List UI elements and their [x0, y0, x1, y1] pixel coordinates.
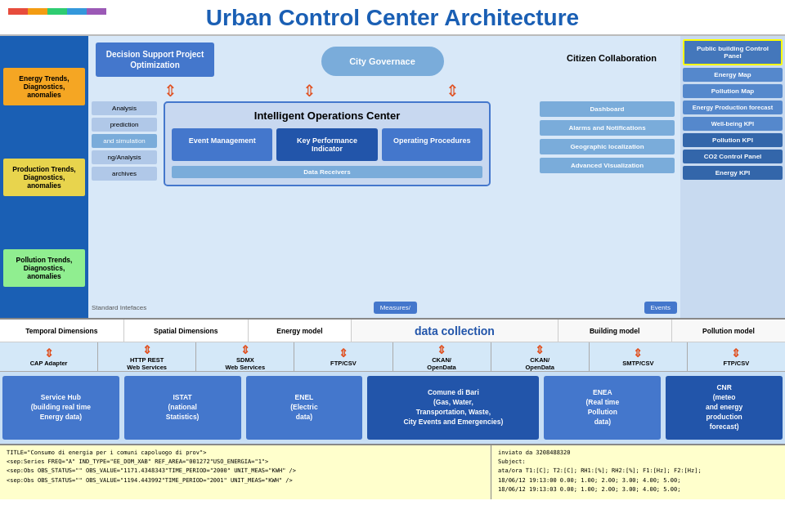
building-model: Building model: [558, 320, 672, 342]
sidebar-nganalysis[interactable]: ng/Analysis: [92, 150, 157, 164]
svc-ckan1[interactable]: ⇕ CKAN/OpenData: [393, 342, 491, 371]
svc-smtp[interactable]: ⇕ SMTP/CSV: [590, 342, 688, 371]
datasources-row: Service Hub(building real timeEnergy dat…: [0, 372, 785, 444]
top-boxes-row: Decision Support Project Optimization Ci…: [92, 42, 677, 77]
ioc-procedures: Operating Procedures: [382, 128, 482, 161]
services-row: ⇕ CAP Adapter ⇕ HTTP RESTWeb Services ⇕ …: [0, 342, 785, 372]
ds-enea[interactable]: ENEA(Real timePollutiondata): [544, 376, 661, 440]
svc-cap[interactable]: ⇕ CAP Adapter: [0, 342, 98, 371]
events-label: Events: [644, 302, 677, 314]
svc-sdmx[interactable]: ⇕ SDMXWeb Services: [196, 342, 294, 371]
sidebar-prediction[interactable]: prediction: [92, 118, 157, 132]
advanced-viz-item[interactable]: Advanced Visualization: [540, 158, 675, 173]
ioc-event-mgmt: Event Management: [172, 128, 272, 161]
spatial-dim: Spatial Dimensions: [124, 320, 249, 342]
bottom-left-data: TITLE="Consumo di energia per i comuni c…: [0, 445, 491, 499]
ds-cnr[interactable]: CNR(meteoand energyproductionforecast): [666, 376, 783, 440]
bottom-strip: TITLE="Consumo di energia per i comuni c…: [0, 444, 785, 499]
std-interfaces-label: Standard Intefaces: [92, 304, 146, 311]
co2-item[interactable]: CO2 Control Panel: [683, 150, 783, 163]
citizen-box: Citizen Collaboration: [550, 47, 673, 69]
sidebar-analysis[interactable]: Analysis: [92, 101, 157, 115]
energy-kpi-item[interactable]: Energy KPI: [683, 166, 783, 180]
ds-enel[interactable]: ENEL(Electricdata): [246, 376, 363, 440]
svc-http[interactable]: ⇕ HTTP RESTWeb Services: [98, 342, 196, 371]
alarms-item[interactable]: Alarms and Notifications: [540, 120, 675, 136]
pollution-model: Pollution model: [672, 320, 785, 342]
geo-item[interactable]: Geographic localization: [540, 139, 675, 154]
temporal-dim: Temporal Dimensions: [0, 320, 124, 342]
header: Urban Control Center Architecture: [0, 0, 785, 36]
ioc-box: Intelligent Operations Center Event Mana…: [164, 101, 491, 186]
right-panel: Public building Control Panel Energy Map…: [680, 36, 785, 318]
ds-istat[interactable]: ISTAT(nationalStatistics): [124, 376, 241, 440]
ds-service-hub[interactable]: Service Hub(building real timeEnergy dat…: [2, 376, 119, 440]
bottom-right-data: inviato da 3208488320 Subject: ata/ora T…: [491, 445, 785, 499]
right-mid-items: Dashboard Alarms and Notifications Geogr…: [540, 101, 675, 173]
public-building-item[interactable]: Public building Control Panel: [683, 39, 783, 65]
page-title: Urban Control Center Architecture: [0, 5, 785, 31]
ds-comune[interactable]: Comune di Bari(Gas, Water,Transportation…: [367, 376, 539, 440]
energy-map-item[interactable]: Energy Map: [683, 68, 783, 82]
svc-ftp1[interactable]: ⇕ FTP/CSV: [294, 342, 392, 371]
energy-model: Energy model: [249, 320, 352, 342]
svc-ftp2[interactable]: ⇕ FTP/CSV: [688, 342, 785, 371]
ioc-data-receivers: Data Receivers: [172, 166, 482, 178]
energy-trends-item[interactable]: Energy Trends, Diagnostics, anomalies: [3, 68, 85, 105]
arch-area: Energy Trends, Diagnostics, anomalies Pr…: [0, 36, 785, 318]
data-collection: data collection: [352, 320, 558, 342]
pollution-trends-item[interactable]: Pollution Trends, Diagnostics, anomalies: [3, 249, 85, 287]
arrow-center-top: ⇕: [303, 81, 316, 101]
arch-bottom-row: Standard Intefaces Measures/ Events: [92, 302, 677, 314]
city-gov-box[interactable]: City Governace: [321, 47, 444, 76]
well-being-item[interactable]: Well-being KPI: [683, 117, 783, 131]
dsp-box[interactable]: Decision Support Project Optimization: [96, 42, 214, 77]
dashboard-item[interactable]: Dashboard: [540, 101, 675, 117]
measures-label: Measures/: [374, 302, 417, 314]
energy-production-item[interactable]: Energy Production forecast: [683, 101, 783, 114]
dimensions-row: Temporal Dimensions Spatial Dimensions E…: [0, 318, 785, 342]
ioc-kpi: Key Performance Indicator: [276, 128, 377, 161]
sidebar-simulation[interactable]: and simulation: [92, 134, 157, 148]
sidebar-archives[interactable]: archives: [92, 167, 157, 181]
pollution-map-item[interactable]: Pollution Map: [683, 84, 783, 98]
arrow-right-top: ⇕: [446, 81, 460, 101]
ioc-cards: Event Management Key Performance Indicat…: [172, 128, 482, 161]
left-panel: Energy Trends, Diagnostics, anomalies Pr…: [0, 36, 88, 318]
ioc-title: Intelligent Operations Center: [172, 110, 482, 122]
production-trends-item[interactable]: Production Trends, Diagnostics, anomalie…: [3, 159, 85, 196]
sidebar-items: Analysis prediction and simulation ng/An…: [92, 101, 157, 181]
color-bar: [8, 8, 106, 15]
svc-ckan2[interactable]: ⇕ CKAN/OpenData: [491, 342, 590, 371]
arrow-left-top: ⇕: [164, 81, 177, 101]
pollution-kpi-item[interactable]: Pollution KPI: [683, 133, 783, 147]
